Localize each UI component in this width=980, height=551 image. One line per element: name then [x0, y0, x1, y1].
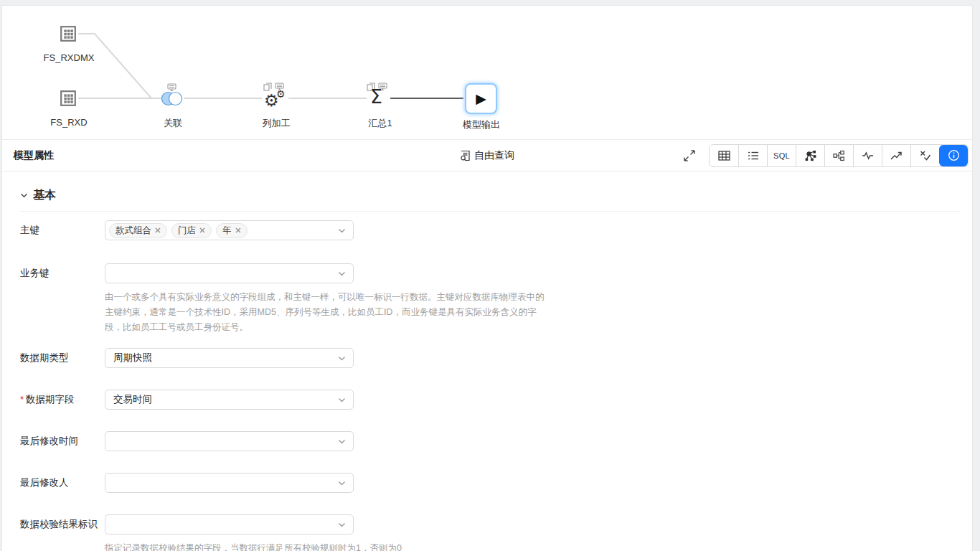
select-value: 周期快照 — [109, 352, 338, 364]
form-row-business-key: 业务键 由一个或多个具有实际业务意义的字段组成，和主键一样，可以唯一标识一行数据… — [20, 263, 961, 335]
view-switcher: SQL — [709, 144, 969, 167]
form-row-primary-key: 主键 款式组合 门店 — [20, 220, 961, 240]
last-modified-time-select[interactable] — [105, 431, 354, 451]
divider — [20, 211, 961, 212]
form-row-data-period-field: *数据期字段 交易时间 — [20, 390, 961, 410]
close-icon[interactable] — [235, 227, 241, 233]
field-label: *数据期字段 — [20, 390, 105, 410]
field-help-text: 指定记录数据校验结果的字段，当数据行满足所有校验规则时为1，否则为0 — [105, 541, 545, 551]
table-grid-icon — [60, 26, 76, 42]
chevron-down-icon — [338, 521, 346, 529]
data-period-field-select[interactable]: 交易时间 — [105, 390, 354, 410]
node-label: FS_RXD — [50, 117, 87, 128]
close-icon[interactable] — [155, 227, 161, 233]
venn-join-icon — [161, 91, 184, 106]
field-label: 数据期类型 — [20, 348, 105, 368]
node-label: 模型输出 — [463, 118, 500, 131]
last-modified-by-select[interactable] — [105, 473, 354, 493]
info-view-button[interactable] — [939, 145, 968, 166]
free-query-button[interactable]: 自由查询 — [460, 149, 514, 162]
tag-label: 款式组合 — [116, 225, 151, 237]
chevron-down-icon — [338, 438, 346, 446]
business-key-select[interactable] — [105, 263, 354, 283]
chevron-down-icon — [20, 192, 28, 199]
hierarchy-view-icon — [833, 150, 845, 161]
table-view-icon — [718, 150, 730, 161]
close-icon[interactable] — [199, 227, 205, 233]
model-properties-form: 基本 主键 款式组合 门店 — [2, 171, 972, 551]
model-editor-panel: FS_RXDMX FS_RXD — [1, 5, 973, 551]
pulse-view-button[interactable] — [853, 145, 882, 166]
validation-result-flag-select[interactable] — [105, 514, 354, 534]
table-grid-icon — [60, 90, 76, 106]
panel-title: 模型属性 — [14, 149, 54, 162]
list-view-button[interactable] — [738, 145, 767, 166]
node-join[interactable] — [161, 91, 184, 106]
flow-canvas[interactable]: FS_RXDMX FS_RXD — [2, 6, 972, 139]
node-label: 汇总1 — [368, 117, 392, 130]
section-title: 基本 — [33, 188, 56, 203]
field-label: 业务键 — [20, 263, 105, 335]
field-label: 主键 — [20, 220, 105, 240]
node-model-output[interactable]: ▶ — [465, 83, 497, 114]
tag: 门店 — [171, 223, 212, 238]
primary-key-select[interactable]: 款式组合 门店 年 — [105, 220, 354, 240]
node-label: 列加工 — [263, 117, 291, 130]
validation-view-button[interactable] — [910, 145, 939, 166]
chevron-down-icon — [338, 396, 346, 404]
pulse-view-icon — [862, 150, 874, 161]
relation-view-button[interactable] — [796, 145, 824, 166]
app-page: FS_RXDMX FS_RXD — [0, 0, 980, 551]
field-label: 最后修改时间 — [20, 431, 105, 451]
table-view-button[interactable] — [710, 145, 738, 166]
node-fs-rxd[interactable] — [60, 90, 76, 106]
field-label: 数据校验结果标识 — [20, 514, 105, 551]
data-period-type-select[interactable]: 周期快照 — [105, 348, 354, 368]
toolbar: SQL — [682, 144, 969, 167]
info-icon — [948, 149, 960, 161]
form-row-data-period-type: 数据期类型 周期快照 — [20, 348, 961, 368]
chevron-down-icon — [338, 354, 346, 362]
free-query-label: 自由查询 — [474, 149, 514, 162]
play-icon: ▶ — [476, 92, 486, 105]
gear-small-icon: ⚙ — [276, 89, 286, 99]
node-summary sigma-icon[interactable]: Σ — [370, 87, 382, 106]
form-row-last-modified-by: 最后修改人 — [20, 473, 961, 493]
chevron-down-icon — [338, 479, 346, 487]
trend-view-button[interactable] — [882, 145, 910, 166]
section-basic-header[interactable]: 基本 — [20, 188, 961, 203]
node-fs-rxdmx[interactable] — [60, 26, 76, 42]
tag-label: 门店 — [178, 225, 196, 237]
tag-label: 年 — [222, 225, 232, 237]
sql-view-button[interactable]: SQL — [767, 145, 796, 166]
query-doc-icon — [460, 150, 471, 161]
list-view-icon — [748, 150, 759, 161]
tag: 年 — [216, 223, 248, 238]
node-label: FS_RXDMX — [44, 52, 95, 63]
tag-list: 款式组合 门店 年 — [109, 223, 338, 238]
form-row-validation-result-flag: 数据校验结果标识 指定记录数据校验结果的字段，当数据行满足所有校验规则时为1，否… — [20, 514, 961, 551]
chevron-down-icon — [338, 270, 346, 278]
field-help-text: 由一个或多个具有实际业务意义的字段组成，和主键一样，可以唯一标识一行数据。主键对… — [105, 290, 545, 335]
trend-view-icon — [890, 150, 903, 161]
sql-view-label: SQL — [773, 151, 790, 160]
node-label: 关联 — [164, 117, 182, 130]
form-row-last-modified-time: 最后修改时间 — [20, 431, 961, 451]
chevron-down-icon — [338, 227, 346, 235]
properties-bar: 模型属性 自由查询 — [2, 139, 972, 171]
hierarchy-view-button[interactable] — [824, 145, 853, 166]
copy-icon[interactable] — [263, 83, 272, 91]
select-value: 交易时间 — [109, 393, 338, 406]
expand-arrows-icon[interactable] — [682, 148, 697, 164]
field-label: 最后修改人 — [20, 473, 105, 493]
required-marker: * — [20, 394, 24, 405]
validation-view-icon — [919, 150, 931, 161]
node-columns[interactable]: ⚙ ⚙ — [263, 91, 288, 113]
tag: 款式组合 — [109, 223, 167, 238]
relation-view-icon — [804, 150, 816, 161]
